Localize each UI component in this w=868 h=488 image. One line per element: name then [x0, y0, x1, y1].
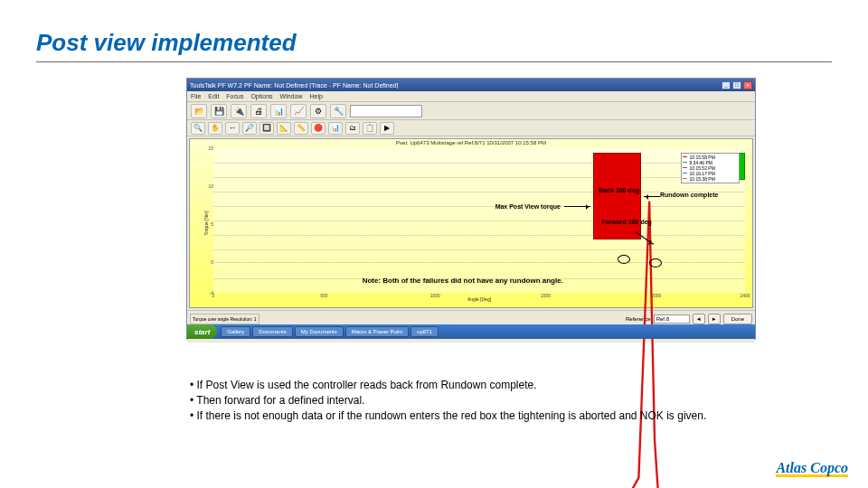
task-item[interactable]: Documents [252, 326, 292, 337]
select-icon[interactable]: 🔲 [259, 122, 274, 135]
graph-icon[interactable]: 📈 [290, 104, 307, 118]
done-button[interactable]: Done [723, 314, 752, 324]
app-window: ToolsTalk PF W7.2 PF Name: Not Defined [… [186, 78, 756, 340]
measure-icon[interactable]: 📐 [277, 122, 291, 135]
maximize-button[interactable]: □ [732, 81, 741, 89]
taskbar-items: Gallery Documents My Documents Macro & P… [217, 326, 441, 337]
xtick: 0 [212, 293, 215, 298]
x-axis: 0 500 1000 1500 2000 2400 Angle [Deg] [213, 293, 745, 302]
play-icon[interactable]: ▶ [380, 122, 394, 135]
chart-area: Pset: Up6473 Multistage ref Ref:8/71 10/… [189, 138, 753, 308]
slide-title: Post view implemented [36, 29, 297, 57]
menu-window[interactable]: Window [280, 93, 303, 99]
reference-input[interactable]: Ref.8 [654, 314, 690, 324]
close-button[interactable]: × [743, 81, 752, 89]
start-button[interactable]: start [187, 324, 217, 339]
task-item[interactable]: Macro & Power Point [345, 326, 409, 337]
reference-label: Reference [626, 316, 651, 322]
titlebar: ToolsTalk PF W7.2 PF Name: Not Defined [… [187, 79, 755, 91]
pan-icon[interactable]: ✋ [208, 122, 222, 135]
xtick: 1000 [430, 293, 440, 298]
callout-forward: Forward 300 deg [601, 219, 652, 225]
logo-text: Atlas Copco [776, 460, 848, 475]
ytick: 5 [203, 221, 213, 227]
save-icon[interactable]: 💾 [211, 104, 227, 118]
ref-next-button[interactable]: ► [708, 314, 721, 324]
open-icon[interactable]: 📂 [191, 104, 207, 118]
callout-back: Back 300 deg [599, 187, 639, 193]
title-rule [36, 61, 832, 62]
toolbar: 📂 💾 🔌 🖨 📊 📈 ⚙ 🔧 [187, 102, 755, 120]
failure-note: Note: Both of the failures did not have … [363, 277, 563, 285]
y-axis: 15 10 5 0 -4 [203, 148, 213, 293]
xtick: 2400 [740, 293, 750, 298]
xtick: 500 [320, 293, 327, 298]
arrow-max-pv [564, 206, 590, 207]
tabs-icon[interactable]: 🗂 [345, 122, 360, 135]
bullet: • Then forward for a defined interval. [190, 393, 706, 408]
clipboard-icon[interactable]: 📋 [363, 122, 377, 135]
menu-help[interactable]: Help [309, 93, 322, 99]
chart-icon[interactable]: 📊 [270, 104, 287, 118]
menubar: File Edit Focus Options Window Help [187, 91, 755, 102]
red-nok-zone [593, 153, 641, 239]
zoom-icon[interactable]: 🔍 [191, 122, 205, 135]
chart-toolbar: 🔍 ✋ ↔ 🔎 🔲 📐 📏 🔴 📊 🗂 📋 ▶ [187, 120, 755, 136]
bullet: • If Post View is used the controller re… [190, 378, 706, 392]
ref-prev-button[interactable]: ◄ [693, 314, 705, 324]
failure-circle-2 [649, 258, 662, 267]
ytick: 10 [203, 183, 213, 189]
legend: 10.15.58 PM 8.34.46 PM 10.15.52 PM 10.16… [681, 153, 740, 183]
legend-item: 10.15.38 PM [689, 176, 714, 182]
bullet-list: • If Post View is used the controller re… [190, 378, 706, 425]
xtick: 1500 [541, 293, 551, 298]
menu-edit[interactable]: Edit [208, 93, 219, 99]
menu-focus[interactable]: Focus [226, 93, 243, 99]
task-item[interactable]: My Documents [295, 326, 344, 337]
tools-icon[interactable]: 🔧 [330, 104, 346, 118]
window-title: ToolsTalk PF W7.2 PF Name: Not Defined [… [190, 82, 398, 89]
taskbar: start Gallery Documents My Documents Mac… [187, 324, 755, 339]
bullet: • If there is not enough data or if the … [190, 408, 706, 423]
ruler-icon[interactable]: 📏 [294, 122, 308, 135]
ytick: 0 [203, 259, 213, 265]
brand-logo: Atlas Copco [776, 460, 848, 477]
torque-over-angle-box: Torque over angle Resolution: 1 [190, 314, 259, 324]
bars-icon[interactable]: 📊 [328, 122, 343, 135]
x-axis-label: Angle [Deg] [467, 296, 491, 302]
record-icon[interactable]: 🔴 [311, 122, 326, 135]
menu-options[interactable]: Options [250, 93, 272, 99]
ytick: 15 [203, 145, 213, 151]
minimize-button[interactable]: _ [722, 81, 731, 89]
search-input[interactable] [350, 105, 422, 117]
callout-max-pv: Max Post View torque [495, 203, 561, 210]
arrow-rundown [644, 196, 660, 197]
chart-title: Pset: Up6473 Multistage ref Ref:8/71 10/… [396, 140, 546, 145]
range-icon[interactable]: ↔ [225, 122, 240, 135]
callout-rundown: Rundown complete [660, 192, 719, 198]
plot-region: 10.15.58 PM 8.34.46 PM 10.15.52 PM 10.16… [213, 148, 745, 293]
menu-file[interactable]: File [191, 93, 201, 99]
xtick: 2000 [651, 293, 661, 298]
connect-icon[interactable]: 🔌 [231, 104, 247, 118]
print-icon[interactable]: 🖨 [250, 104, 267, 118]
window-controls: _ □ × [722, 81, 752, 89]
task-item[interactable]: Gallery [221, 326, 250, 337]
zoomin-icon[interactable]: 🔎 [242, 122, 257, 135]
task-item[interactable]: up671 [410, 326, 439, 337]
settings-icon[interactable]: ⚙ [310, 104, 326, 118]
